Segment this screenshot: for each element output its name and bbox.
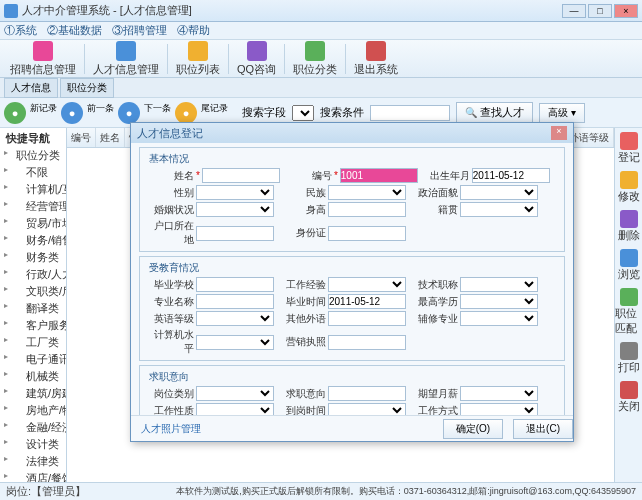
marriage-select[interactable] <box>196 202 274 217</box>
window-title: 人才中介管理系统 - [人才信息管理] <box>22 3 562 18</box>
tree-item-9[interactable]: 客户服务类 <box>2 317 64 334</box>
school-field[interactable] <box>196 277 274 292</box>
tree-item-1[interactable]: 计算机/互联网类 <box>2 181 64 198</box>
toolbar-0[interactable]: 招聘信息管理 <box>4 41 82 77</box>
jobwish-field[interactable] <box>328 386 406 401</box>
subtabs: 人才信息 职位分类 <box>0 78 642 98</box>
dialog-title: 人才信息登记 × <box>131 123 573 143</box>
tree-item-13[interactable]: 建筑/房建/建材类 <box>2 385 64 402</box>
workexp-select[interactable] <box>328 277 406 292</box>
advanced-button[interactable]: 高级 ▾ <box>539 103 585 123</box>
major-field[interactable] <box>196 294 274 309</box>
menu-basedata[interactable]: ②基础数据 <box>47 23 102 38</box>
computer-select[interactable] <box>196 335 274 350</box>
menubar: ①系统 ②基础数据 ③招聘管理 ④帮助 <box>0 22 642 40</box>
search-field-label: 搜索字段 <box>242 105 286 120</box>
sidebar: 快捷导航职位分类不限计算机/互联网类经营管理类贸易/市场营销类财务/销售/行政类… <box>0 128 67 500</box>
toolbar-2[interactable]: 职位列表 <box>170 41 226 77</box>
native-select[interactable] <box>460 202 538 217</box>
action-浏览[interactable]: 浏览 <box>618 249 640 282</box>
menu-system[interactable]: ①系统 <box>4 23 37 38</box>
nav-3[interactable]: ● <box>175 102 197 124</box>
action-关闭[interactable]: 关闭 <box>618 381 640 414</box>
jobtype-select[interactable] <box>196 386 274 401</box>
action-修改[interactable]: 修改 <box>618 171 640 204</box>
tree-root[interactable]: 快捷导航 <box>2 130 64 147</box>
dialog-close-button[interactable]: × <box>551 126 567 140</box>
col-0[interactable]: 编号 <box>67 128 96 147</box>
photo-manage-link[interactable]: 人才照片管理 <box>141 422 201 436</box>
toolbar-3[interactable]: QQ咨询 <box>231 41 282 77</box>
toolbar-4[interactable]: 职位分类 <box>287 41 343 77</box>
tree-item-7[interactable]: 文职类/后勤 <box>2 283 64 300</box>
close-button[interactable]: × <box>614 4 638 18</box>
menu-recruit[interactable]: ③招聘管理 <box>112 23 167 38</box>
tree-item-8[interactable]: 翻译类 <box>2 300 64 317</box>
ok-button[interactable]: 确定(O) <box>443 419 503 439</box>
tree-item-11[interactable]: 电子通讯类 <box>2 351 64 368</box>
tree-item-12[interactable]: 机械类 <box>2 368 64 385</box>
action-登记[interactable]: 登记 <box>618 132 640 165</box>
tree-item-16[interactable]: 设计类 <box>2 436 64 453</box>
toolbar-1[interactable]: 人才信息管理 <box>87 41 165 77</box>
talent-register-dialog: 人才信息登记 × 基本情况 姓名* 编号* 出生年月 性别 民族 政治面貌 婚姻… <box>130 122 574 442</box>
search-input[interactable] <box>370 105 450 121</box>
right-panel: 登记修改删除浏览职位匹配打印关闭 <box>614 128 642 500</box>
menu-help[interactable]: ④帮助 <box>177 23 210 38</box>
nation-select[interactable] <box>328 185 406 200</box>
searchbar: 搜索字段 搜索条件 🔍 查找人才 高级 ▾ <box>232 102 638 123</box>
hukou-field[interactable] <box>196 226 274 241</box>
main-toolbar: 招聘信息管理人才信息管理职位列表QQ咨询职位分类退出系统 <box>0 40 642 78</box>
nav-1[interactable]: ● <box>61 102 83 124</box>
tree-item-3[interactable]: 贸易/市场营销类 <box>2 215 64 232</box>
license-field[interactable] <box>328 335 406 350</box>
status-user: 岗位:【管理员】 <box>6 484 86 499</box>
title-select[interactable] <box>460 277 538 292</box>
statusbar: 岗位:【管理员】 本软件为测试版,购买正式版后解锁所有限制。购买电话：0371-… <box>0 482 642 500</box>
edu-select[interactable] <box>460 294 538 309</box>
tree-item-14[interactable]: 房地产/物业管理 <box>2 402 64 419</box>
english-select[interactable] <box>196 311 274 326</box>
height-field[interactable] <box>328 202 406 217</box>
tree-item-5[interactable]: 财务类 <box>2 249 64 266</box>
arrive-select[interactable] <box>328 403 406 415</box>
workmode-select[interactable] <box>460 403 538 415</box>
nav-0[interactable]: ● <box>4 102 26 124</box>
softskill-select[interactable] <box>460 311 538 326</box>
max-button[interactable]: □ <box>588 4 612 18</box>
status-notice: 本软件为测试版,购买正式版后解锁所有限制。购买电话：0371-60364312,… <box>176 485 636 498</box>
min-button[interactable]: — <box>562 4 586 18</box>
toolbar-5[interactable]: 退出系统 <box>348 41 404 77</box>
cancel-button[interactable]: 退出(C) <box>513 419 573 439</box>
name-field[interactable] <box>202 168 280 183</box>
tree-group[interactable]: 职位分类 <box>2 147 64 164</box>
idcard-field[interactable] <box>328 226 406 241</box>
salary-select[interactable] <box>460 386 538 401</box>
search-field-select[interactable] <box>292 105 314 121</box>
tree-item-4[interactable]: 财务/销售/行政类 <box>2 232 64 249</box>
app-icon <box>4 4 18 18</box>
action-打印[interactable]: 打印 <box>618 342 640 375</box>
tree-item-6[interactable]: 行政/人力资源管理类 <box>2 266 64 283</box>
tab-job-category[interactable]: 职位分类 <box>60 78 114 98</box>
tree-item-15[interactable]: 金融/经济 <box>2 419 64 436</box>
id-field[interactable] <box>340 168 418 183</box>
tab-talent-info[interactable]: 人才信息 <box>4 78 58 98</box>
politics-select[interactable] <box>460 185 538 200</box>
foreign-field[interactable] <box>328 311 406 326</box>
tree-item-17[interactable]: 法律类 <box>2 453 64 470</box>
find-button[interactable]: 🔍 查找人才 <box>456 102 533 123</box>
nav-2[interactable]: ● <box>118 102 140 124</box>
tree-item-0[interactable]: 不限 <box>2 164 64 181</box>
col-1[interactable]: 姓名 <box>96 128 125 147</box>
search-cond-label: 搜索条件 <box>320 105 364 120</box>
gender-select[interactable] <box>196 185 274 200</box>
tree-item-2[interactable]: 经营管理类 <box>2 198 64 215</box>
birth-field[interactable] <box>472 168 550 183</box>
gradtime-field[interactable] <box>328 294 406 309</box>
tree-item-10[interactable]: 工厂类 <box>2 334 64 351</box>
action-删除[interactable]: 删除 <box>618 210 640 243</box>
titlebar: 人才中介管理系统 - [人才信息管理] — □ × <box>0 0 642 22</box>
action-职位匹配[interactable]: 职位匹配 <box>615 288 642 336</box>
worknature-select[interactable] <box>196 403 274 415</box>
